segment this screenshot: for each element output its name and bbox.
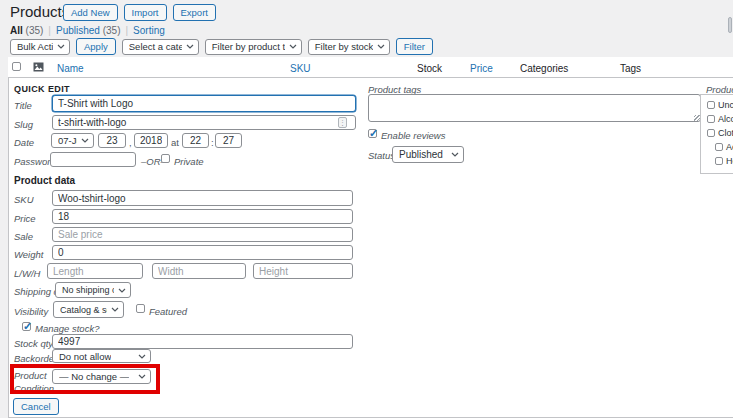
chevron-down-icon (138, 374, 146, 379)
backorders-select[interactable]: Do not allow (52, 349, 151, 363)
category-checkbox[interactable] (707, 129, 715, 137)
category-item[interactable]: Uncategorized (707, 100, 733, 110)
weight-label: Weight (14, 249, 43, 260)
bulk-actions-select[interactable]: Bulk Actions (10, 39, 70, 55)
chevron-down-icon (451, 152, 459, 157)
column-header-name[interactable]: Name (57, 63, 84, 74)
sale-price-input[interactable] (52, 227, 353, 242)
chevron-down-icon (138, 354, 146, 359)
lwh-label: L/W/H (14, 268, 40, 279)
featured-checkbox[interactable] (136, 304, 145, 313)
product-type-filter-select[interactable]: Filter by product type (205, 39, 302, 55)
manage-stock-checkbox[interactable] (22, 322, 31, 331)
date-comma: , (129, 137, 132, 148)
date-colon: : (211, 137, 214, 148)
column-header-sku[interactable]: SKU (290, 63, 311, 74)
price-input[interactable] (52, 209, 353, 224)
chevron-down-icon (118, 288, 126, 293)
autofill-icon[interactable]: ⋮ (338, 117, 347, 128)
category-item-child[interactable]: Accessories (715, 142, 733, 152)
enable-reviews-label: Enable reviews (381, 130, 445, 141)
filter-toolbar: Bulk Actions Apply Select a category Fil… (10, 38, 433, 55)
date-label: Date (14, 137, 34, 148)
column-header-stock: Stock (417, 63, 442, 74)
chevron-down-icon (57, 44, 65, 49)
page-title: Products (10, 3, 69, 20)
date-day-input[interactable] (98, 133, 126, 148)
view-separator: | (48, 25, 51, 36)
view-link-published[interactable]: Published (35) (56, 25, 121, 36)
private-label: Private (174, 156, 204, 167)
title-label: Title (14, 100, 32, 111)
date-minute-input[interactable] (215, 133, 242, 148)
category-item[interactable]: Alcohol (707, 114, 733, 124)
column-header-price[interactable]: Price (470, 63, 493, 74)
date-hour-input[interactable] (182, 133, 209, 148)
category-item[interactable]: Clothing (707, 128, 733, 138)
date-month-select[interactable]: 07-Jul (51, 133, 94, 148)
select-all-checkbox[interactable] (12, 62, 21, 71)
chevron-down-icon (186, 44, 194, 49)
chevron-down-icon (81, 138, 89, 143)
import-button[interactable]: Import (124, 4, 167, 21)
products-admin-page: Products Add New Import Export All (35) … (0, 0, 733, 418)
column-header-categories: Categories (520, 63, 568, 74)
chevron-down-icon (377, 44, 385, 49)
add-new-button[interactable]: Add New (63, 4, 118, 21)
cancel-button[interactable]: Cancel (13, 398, 59, 415)
chevron-down-icon (289, 44, 297, 49)
category-filter-select[interactable]: Select a category (122, 39, 199, 55)
image-column-icon (33, 62, 44, 72)
category-checkbox[interactable] (707, 101, 715, 109)
manage-stock-label: Manage stock? (35, 323, 99, 334)
shipping-class-select[interactable]: No shipping class (55, 282, 131, 298)
product-condition-label-line2: Condition (14, 383, 54, 394)
password-input[interactable] (50, 152, 136, 167)
title-input[interactable] (52, 95, 356, 112)
status-label: Status (368, 150, 395, 161)
stock-status-filter-select[interactable]: Filter by stock status (308, 39, 390, 55)
category-item-child[interactable]: Hoodies (715, 156, 733, 166)
stock-qty-input[interactable] (52, 334, 353, 349)
height-input[interactable] (253, 263, 353, 279)
private-checkbox[interactable] (161, 154, 170, 163)
visibility-select[interactable]: Catalog & search (53, 301, 124, 318)
export-button[interactable]: Export (173, 4, 216, 21)
product-data-heading: Product data (14, 175, 75, 186)
category-checkbox[interactable] (715, 143, 723, 151)
date-at-label: at (171, 137, 179, 148)
slug-label: Slug (14, 119, 33, 130)
sku-input[interactable] (52, 190, 353, 206)
view-link-all[interactable]: All (35) (10, 25, 43, 36)
stock-qty-label: Stock qty (14, 338, 53, 349)
scrollbar-thumb[interactable] (728, 17, 732, 33)
filter-button[interactable]: Filter (396, 38, 433, 55)
slug-input[interactable] (52, 115, 356, 130)
status-select[interactable]: Published (392, 146, 464, 163)
product-condition-select[interactable]: — No change — (52, 369, 151, 384)
product-condition-label-line1: Product (14, 370, 47, 381)
featured-label: Featured (149, 306, 187, 317)
quick-edit-heading: QUICK EDIT (14, 84, 70, 94)
sku-label: SKU (14, 194, 34, 205)
view-link-sorting[interactable]: Sorting (133, 25, 165, 36)
length-input[interactable] (47, 263, 143, 279)
weight-input[interactable] (52, 245, 353, 260)
width-input[interactable] (152, 263, 246, 279)
date-year-input[interactable] (134, 133, 168, 148)
enable-reviews-checkbox[interactable] (368, 129, 377, 138)
product-tags-textarea[interactable] (368, 94, 701, 122)
category-checkbox[interactable] (715, 157, 723, 165)
chevron-down-icon (111, 307, 119, 312)
view-separator: | (125, 25, 128, 36)
visibility-label: Visibility (14, 306, 48, 317)
price-label: Price (14, 213, 36, 224)
apply-button[interactable]: Apply (76, 38, 116, 55)
page-actions: Add New Import Export (63, 4, 216, 21)
category-checkbox[interactable] (707, 115, 715, 123)
view-filter-links: All (35) | Published (35) | Sorting (10, 25, 165, 36)
column-header-tags: Tags (620, 63, 641, 74)
sale-label: Sale (14, 231, 33, 242)
product-categories-box: Uncategorized Alcohol Clothing Accessori… (700, 94, 733, 174)
